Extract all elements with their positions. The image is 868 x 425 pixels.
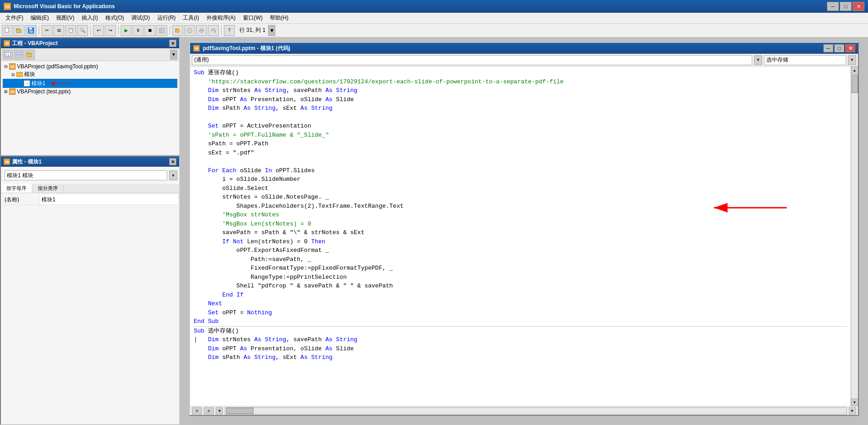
toolbar-wordwrap-btn[interactable] (208, 25, 219, 36)
properties-panel-close[interactable]: ✕ (169, 158, 176, 165)
menu-debug[interactable]: 调试(D) (128, 13, 154, 23)
tab-alphabetic[interactable]: 按字母序 (1, 184, 32, 193)
code-minimize-btn[interactable]: ─ (823, 44, 833, 52)
toolbar-new-btn[interactable] (2, 25, 13, 36)
scrollbar-down-btn[interactable]: ▼ (851, 399, 858, 406)
code-combo1-arrow[interactable]: ▼ (754, 55, 762, 65)
footer-btn-right[interactable]: ≡ (204, 407, 214, 415)
expand-icon-3[interactable]: ⊞ (3, 88, 9, 95)
code-line-33: Dim sPath As String, sExt As String (194, 353, 847, 362)
toolbar-cut-btn[interactable]: ✂ (41, 25, 52, 36)
folder-label: 模块 (24, 71, 35, 78)
code-footer: ≡ ≡ ◄ ► (190, 406, 858, 415)
svg-rect-0 (5, 28, 9, 32)
module-icon: ≡ (24, 80, 30, 87)
menu-insert[interactable]: 插入(I) (78, 13, 101, 23)
toolbar-help-btn[interactable]: ? (224, 25, 235, 36)
scrollbar-thumb-h[interactable] (226, 408, 253, 414)
code-combo-name[interactable]: 选中存储 (764, 55, 846, 65)
toolbar-design-btn[interactable] (156, 25, 167, 36)
menu-run[interactable]: 运行(R) (154, 13, 180, 23)
toolbar-break-btn[interactable]: ⏸ (133, 25, 144, 36)
code-scrollbar-horizontal[interactable] (225, 407, 847, 415)
tab-categorical[interactable]: 按分类序 (32, 184, 64, 193)
props-val-name[interactable]: 模块1 (39, 195, 177, 205)
code-line-15: strNotes = oSlide.NotesPage. _ (194, 193, 847, 202)
footer-btn-left[interactable]: ≡ (192, 407, 202, 415)
tree-item-project1[interactable]: ⊟ VB VBAProject (pdfSavingTool.pptm) (3, 63, 177, 70)
code-line-24: RangeType:=ppPrintSelection (194, 273, 847, 282)
scrollbar-track-v[interactable] (851, 74, 858, 399)
toolbar-reset-btn[interactable]: ⏹ (145, 25, 155, 36)
project-panel: VB 工程 - VBAProject ✕ { } ▼ (0, 37, 180, 156)
menu-addins[interactable]: 外接程序(A) (203, 13, 239, 23)
props-dropdown-arrow[interactable]: ▼ (169, 170, 177, 180)
expand-icon-2[interactable]: ⊟ (10, 72, 16, 78)
project-icon: VB (4, 40, 10, 46)
props-dropdown-value: 模块1 模块 (7, 172, 33, 179)
app-icon: VB (4, 3, 11, 10)
toolbar-paste-btn[interactable]: 📋 (65, 25, 76, 36)
main-layout: VB 工程 - VBAProject ✕ { } ▼ (0, 37, 868, 425)
code-scrollbar-vertical[interactable]: ▲ ▼ (851, 67, 858, 406)
tree-item-project2[interactable]: ⊞ VB VBAProject (test.pptx) (3, 88, 177, 95)
menu-help[interactable]: 帮助(H) (266, 13, 292, 23)
toolbar-redo-btn[interactable]: ↪ (105, 25, 116, 36)
code-line-27: Next (194, 299, 847, 308)
scrollbar-left-btn[interactable]: ◄ (216, 407, 223, 415)
toolbar-properties-btn[interactable]: i (184, 25, 195, 36)
scrollbar-thumb-v[interactable] (852, 75, 858, 93)
project-panel-title: 工程 - VBAProject (12, 40, 58, 47)
maximize-button[interactable]: □ (840, 2, 852, 11)
toolbar-find-btn[interactable]: 🔍 (77, 25, 88, 36)
menu-window[interactable]: 窗口(W) (239, 13, 266, 23)
menu-tools[interactable]: 工具(I) (179, 13, 202, 23)
toolbar-scroll[interactable]: ▼ (268, 25, 275, 36)
toolbar-undo-btn[interactable]: ↩ (93, 25, 104, 36)
view-object-btn[interactable] (14, 50, 24, 60)
project-panel-scroll[interactable]: ▼ (170, 50, 177, 60)
code-close-btn[interactable]: ✕ (845, 44, 855, 52)
toolbar-project-btn[interactable] (172, 25, 183, 36)
properties-panel: VB 属性 - 模块1 ✕ 模块1 模块 ▼ 按字母序 按分类序 (名称) (0, 156, 180, 425)
toolbar-open-btn[interactable] (14, 25, 25, 36)
menu-view[interactable]: 视图(V) (52, 13, 78, 23)
props-dropdown[interactable]: 模块1 模块 (5, 170, 167, 180)
code-line-31: | Dim strNotes As String, savePath As St… (194, 335, 847, 344)
code-line-5: Dim sPath As String, sExt As String (194, 104, 847, 113)
scrollbar-up-btn[interactable]: ▲ (851, 67, 858, 74)
svg-rect-5 (29, 28, 32, 30)
toggle-folders-btn[interactable] (25, 50, 35, 60)
toolbar-object-btn[interactable] (196, 25, 207, 36)
toolbar-save-btn[interactable] (26, 25, 36, 36)
title-bar: VB Microsoft Visual Basic for Applicatio… (0, 0, 868, 13)
toolbar-copy-btn[interactable]: ⧉ (53, 25, 64, 36)
scrollbar-right-btn[interactable]: ► (849, 407, 856, 415)
project2-label: VBAProject (test.pptx) (17, 88, 71, 95)
code-line-26: End If (194, 291, 847, 300)
tree-item-module1[interactable]: ≡ 模块1 ◄—— (3, 79, 177, 88)
toolbar: ✂ ⧉ 📋 🔍 ↩ ↪ ▶ ⏸ ⏹ i ? 行 31, 列 1 ▼ (0, 24, 868, 37)
code-line-29: End Sub (194, 317, 847, 326)
properties-panel-titlebar: VB 属性 - 模块1 ✕ (1, 157, 179, 167)
code-combo-procedure[interactable]: (通用) (192, 55, 752, 65)
view-code-btn[interactable]: { } (3, 50, 13, 60)
expand-icon-1[interactable]: ⊟ (3, 63, 9, 70)
props-dropdown-row: 模块1 模块 ▼ (3, 169, 177, 182)
tree-item-folder[interactable]: ⊟ 模块 (3, 70, 177, 79)
code-combo2-value: 选中存储 (766, 56, 788, 64)
code-line-28: Set oPPT = Nothing (194, 308, 847, 317)
code-area: Sub 逐张存储() 'https://stackoverflow.com/qu… (190, 67, 858, 406)
props-table: (名称) 模块1 (1, 193, 179, 424)
minimize-button[interactable]: ─ (827, 2, 839, 11)
code-editor[interactable]: Sub 逐张存储() 'https://stackoverflow.com/qu… (190, 67, 851, 406)
menu-file[interactable]: 文件(F) (2, 13, 27, 23)
toolbar-run-btn[interactable]: ▶ (121, 25, 132, 36)
code-line-2: 'https://stackoverflow.com/questions/179… (194, 77, 847, 87)
project-panel-close[interactable]: ✕ (169, 40, 176, 47)
close-button[interactable]: ✕ (852, 2, 864, 11)
menu-format[interactable]: 格式(O) (102, 13, 128, 23)
code-maximize-btn[interactable]: □ (834, 44, 844, 52)
code-combo2-arrow[interactable]: ▼ (848, 55, 856, 65)
menu-edit[interactable]: 编辑(E) (27, 13, 52, 23)
